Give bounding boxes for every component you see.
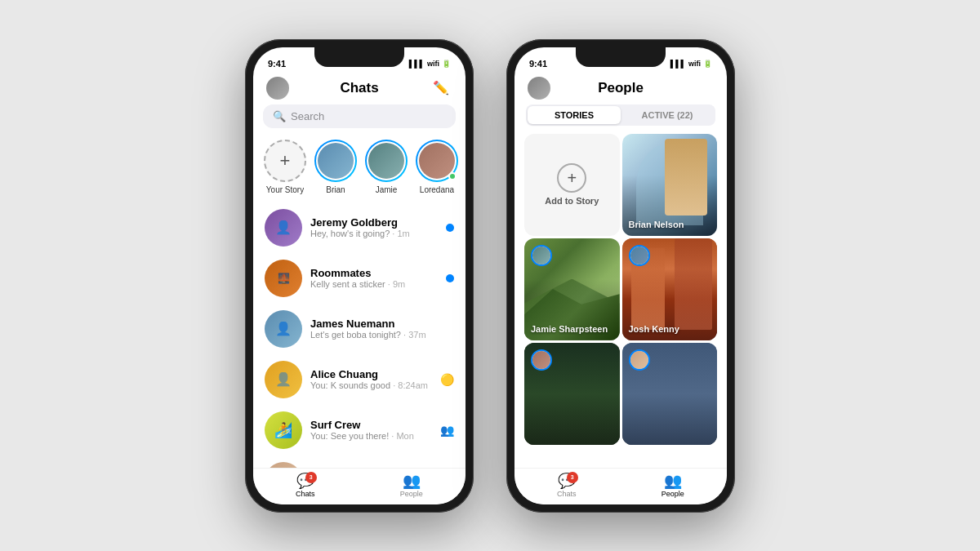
chats-tab-label-2: Chats [557,490,577,498]
unread-badge-jeremy [446,224,454,232]
status-time-2: 9:41 [529,59,547,69]
people-tab-label-2: People [662,490,684,498]
profile-avatar-2[interactable] [528,77,550,100]
story-card-josh[interactable]: Josh Kenny [622,238,718,340]
chat-preview-roommates: Kelly sent a sticker · 9m [310,279,438,289]
story-item-loredana[interactable]: Loredana [416,140,457,194]
story-card-brian-nelson[interactable]: Brian Nelson [622,134,718,236]
chat-preview-jeremy: Hey, how's it going? · 1m [310,229,438,238]
chat-item-roommates[interactable]: 🌉 Roommates Kelly sent a sticker · 9m [253,253,466,304]
story-ring-brian [314,140,357,182]
wifi-icon: wifi [427,60,439,68]
add-story-label: Add to Story [545,196,599,206]
people-tab-label: People [400,490,423,498]
signal-icon-2: ▌▌▌ [670,60,686,68]
tab-bar-chats: 💬 3 Chats 👥 People [253,468,466,504]
story-avatar-jamie-card [531,245,552,266]
chat-info-james: James Nuemann Let's get boba tonight? · … [310,318,454,340]
chats-tab-badge-2: 3 [567,472,578,483]
nav-bar: Chats ✏️ [253,73,466,104]
chat-info-surf-crew: Surf Crew You: See you there! · Mon [310,419,432,441]
story-avatar-card-5 [531,349,552,371]
chats-tab-label: Chats [296,490,315,498]
chat-name-roommates: Roommates [310,267,438,279]
chat-item-alice[interactable]: 👤 Alice Chuang You: K sounds good · 8:24… [253,354,466,405]
phone-chats: 9:41 ▌▌▌ wifi 🔋 Chats ✏️ 🔍 Search [245,39,474,513]
chat-info-alice: Alice Chuang You: K sounds good · 8:24am [310,368,432,390]
chats-tab-badge: 3 [305,472,317,483]
search-bar[interactable]: 🔍 Search [263,104,456,128]
status-icons-2: ▌▌▌ wifi 🔋 [670,60,712,68]
segment-control: STORIES ACTIVE (22) [526,104,715,126]
chat-info-roommates: Roommates Kelly sent a sticker · 9m [310,267,438,289]
profile-avatar[interactable] [266,77,289,100]
notch-2 [576,47,666,67]
tab-chats[interactable]: 💬 3 Chats [296,473,315,498]
chat-preview-surf-crew: You: See you there! · Mon [310,431,432,441]
phone-people: 9:41 ▌▌▌ wifi 🔋 People STORIES ACTIVE (2… [506,39,735,513]
unread-badge-roommates [446,274,454,282]
segment-stories[interactable]: STORIES [528,106,621,124]
badge-group-surf-crew: 👥 [440,424,454,437]
chat-time-roommates: · 9m [388,279,405,289]
add-story-button[interactable]: + [264,140,306,182]
story-label-jamie: Jamie [376,185,398,194]
avatar-surf-crew: 🏄 [265,411,302,449]
page-title-2: People [550,80,691,96]
story-item-brian[interactable]: Brian [315,140,356,194]
chat-info-jeremy: Jeremy Goldberg Hey, how's it going? · 1… [310,216,438,238]
story-label-loredana: Loredana [420,185,454,194]
avatar-james: 👤 [265,310,302,348]
story-avatar-josh-card [629,245,650,266]
tab-chats-2[interactable]: 💬 3 Chats [557,473,577,498]
chat-item-james[interactable]: 👤 James Nuemann Let's get boba tonight? … [253,304,466,354]
badge-emoji-alice: 🟡 [440,373,454,386]
tab-people[interactable]: 👥 People [400,473,423,498]
stories-grid: + Add to Story Brian Nelson [524,134,717,445]
story-label-your-story: Your Story [266,185,304,194]
compose-icon[interactable]: ✏️ [430,77,452,100]
story-label-brian-nelson: Brian Nelson [629,220,684,229]
battery-icon-2: 🔋 [703,60,712,68]
story-item-jamie[interactable]: Jamie [366,140,407,194]
story-card-5[interactable] [524,343,620,445]
story-card-jamie[interactable]: Jamie Sharpsteen [524,238,620,340]
page-title: Chats [289,80,430,96]
chat-time-jeremy: · 1m [392,229,409,238]
search-placeholder: Search [291,110,324,122]
people-tab-icon-2: 👥 [664,473,682,488]
segment-active[interactable]: ACTIVE (22) [621,106,714,124]
chat-preview-james: Let's get boba tonight? · 37m [310,330,454,340]
phone-chats-screen: 9:41 ▌▌▌ wifi 🔋 Chats ✏️ 🔍 Search [253,47,466,504]
chat-item-jeremy[interactable]: 👤 Jeremy Goldberg Hey, how's it going? ·… [253,202,466,253]
status-time: 9:41 [268,59,286,69]
online-indicator [448,172,457,180]
avatar-jeremy: 👤 [265,209,302,247]
search-icon: 🔍 [273,110,286,122]
story-label-josh-kenny: Josh Kenny [629,324,679,334]
story-item-your-story[interactable]: + Your Story [265,140,305,194]
story-card-6[interactable] [622,343,718,445]
story-label-jamie-sharpsteen: Jamie Sharpsteen [531,324,608,334]
people-tab-icon: 👥 [403,473,421,488]
wifi-icon-2: wifi [688,60,701,68]
chat-list: 👤 Jeremy Goldberg Hey, how's it going? ·… [253,202,466,504]
story-ring-jamie [365,140,408,182]
story-avatar-jamie [367,141,406,180]
story-card-add[interactable]: + Add to Story [524,134,620,236]
notch [314,47,404,67]
avatar-roommates: 🌉 [265,260,302,297]
story-avatar-card-6 [629,349,650,371]
battery-icon: 🔋 [442,60,451,68]
chat-name-surf-crew: Surf Crew [310,419,432,431]
stories-row: + Your Story Brian [253,135,466,202]
chat-preview-alice: You: K sounds good · 8:24am [310,380,432,390]
chat-name-alice: Alice Chuang [310,368,432,380]
add-story-plus-icon: + [557,163,586,193]
status-icons: ▌▌▌ wifi 🔋 [409,60,451,68]
chat-item-surf-crew[interactable]: 🏄 Surf Crew You: See you there! · Mon 👥 [253,405,466,455]
tab-people-2[interactable]: 👥 People [662,473,684,498]
story-avatar-brian [316,141,355,180]
chat-name-jeremy: Jeremy Goldberg [310,216,438,229]
tab-bar-people: 💬 3 Chats 👥 People [514,468,727,504]
